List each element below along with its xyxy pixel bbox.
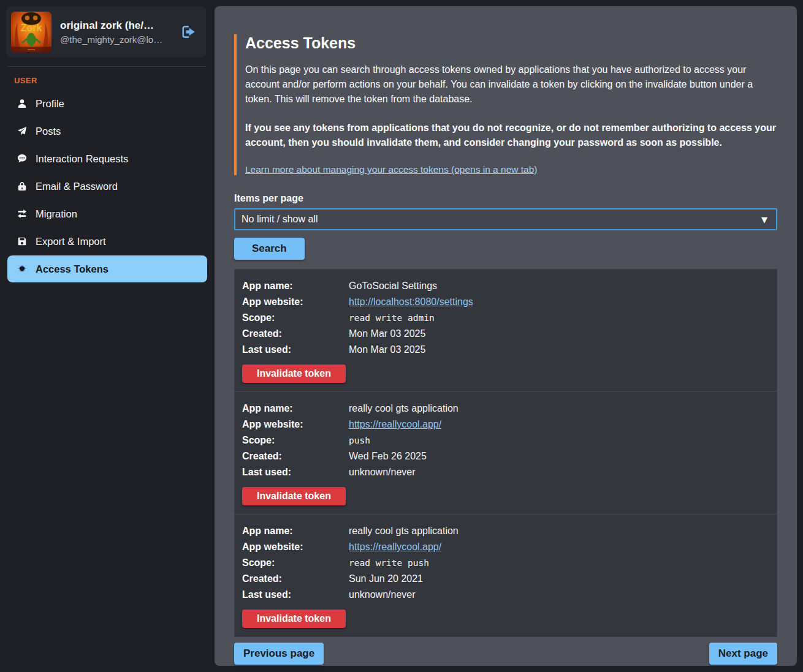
created-value: Wed Feb 26 2025 [349, 448, 427, 464]
app-website-link[interactable]: https://reallycool.app/ [349, 539, 441, 555]
paper-plane-icon [17, 126, 28, 137]
page-warning: If you see any tokens from applications … [245, 121, 777, 150]
created-label: Created: [242, 571, 349, 587]
app-name-label: App name: [242, 523, 349, 539]
sidebar-item-interaction-requests[interactable]: Interaction Requests [7, 145, 207, 172]
sidebar-item-profile[interactable]: Profile [7, 90, 207, 117]
last-used-value: Mon Mar 03 2025 [349, 342, 425, 358]
sidebar-item-email-password[interactable]: Email & Password [7, 173, 207, 200]
items-per-page-select[interactable]: No limit / show all ▼ [234, 208, 777, 230]
sidebar-item-label: Email & Password [36, 181, 118, 192]
app-name-value: GoToSocial Settings [349, 278, 437, 294]
learn-more-link[interactable]: Learn more about managing your access to… [245, 164, 537, 175]
sidebar-nav: Profile Posts Interaction Requests Email… [0, 90, 215, 282]
last-used-value: unknown/never [349, 587, 416, 603]
app-name-label: App name: [242, 401, 349, 417]
sidebar-item-posts[interactable]: Posts [7, 118, 207, 145]
scope-label: Scope: [242, 555, 349, 571]
app-name-label: App name: [242, 278, 349, 294]
search-button[interactable]: Search [234, 238, 305, 260]
scope-value: push [349, 432, 370, 448]
app-name-value: really cool gts application [349, 523, 459, 539]
token-list: App name:GoToSocial Settings App website… [234, 269, 777, 637]
avatar[interactable]: Zork ▪▪▪▪▪▪ [11, 12, 51, 52]
scope-label: Scope: [242, 310, 349, 326]
last-used-value: unknown/never [349, 464, 416, 480]
sidebar-item-migration[interactable]: Migration [7, 200, 207, 227]
invalidate-token-button[interactable]: Invalidate token [242, 487, 346, 505]
token-entry: App name:really cool gts application App… [235, 514, 777, 636]
invalidate-token-button[interactable]: Invalidate token [242, 610, 346, 628]
sidebar-item-label: Export & Import [36, 236, 106, 247]
sidebar: Zork ▪▪▪▪▪▪ original zork (he/… @the_mig… [0, 0, 215, 672]
svg-text:▪▪▪▪▪▪: ▪▪▪▪▪▪ [28, 48, 35, 51]
created-value: Mon Mar 03 2025 [349, 326, 425, 342]
user-display-name: original zork (he/… [60, 20, 172, 32]
app-website-label: App website: [242, 294, 349, 310]
sidebar-section-label: USER [14, 76, 215, 85]
scope-label: Scope: [242, 432, 349, 448]
invalidate-token-button[interactable]: Invalidate token [242, 364, 346, 383]
lock-icon [17, 181, 28, 192]
sidebar-divider [8, 66, 206, 67]
floppy-disk-icon [17, 236, 28, 247]
user-icon [17, 98, 28, 109]
created-value: Sun Jun 20 2021 [349, 571, 423, 587]
sign-out-icon [180, 24, 199, 40]
token-entry: App name:GoToSocial Settings App website… [235, 270, 777, 391]
certificate-icon: ✹ [17, 263, 28, 274]
token-entry: App name:really cool gts application App… [235, 391, 777, 514]
sidebar-item-label: Posts [36, 126, 61, 137]
user-card: Zork ▪▪▪▪▪▪ original zork (he/… @the_mig… [6, 6, 206, 58]
sidebar-item-export-import[interactable]: Export & Import [7, 228, 207, 255]
avatar-zork-text: Zork [21, 22, 42, 33]
transfer-arrows-icon [17, 208, 28, 219]
app-website-label: App website: [242, 539, 349, 555]
user-names: original zork (he/… @the_mighty_zork@lo… [60, 20, 172, 45]
app-website-link[interactable]: http://localhost:8080/settings [349, 294, 473, 310]
comment-dots-icon [17, 153, 28, 164]
items-per-page-label: Items per page [234, 193, 777, 204]
main-panel: Access Tokens On this page you can searc… [215, 6, 797, 666]
last-used-label: Last used: [242, 464, 349, 480]
scope-value: read write push [349, 555, 429, 571]
sidebar-item-label: Migration [36, 208, 77, 220]
app-name-value: really cool gts application [349, 401, 459, 417]
logout-button[interactable] [180, 23, 199, 41]
next-page-button[interactable]: Next page [709, 643, 777, 665]
page-header: Access Tokens On this page you can searc… [234, 34, 777, 175]
page-description: On this page you can search through acce… [245, 62, 777, 107]
sidebar-item-label: Access Tokens [36, 263, 108, 275]
page-title: Access Tokens [245, 34, 777, 52]
sidebar-item-label: Profile [36, 98, 64, 110]
created-label: Created: [242, 448, 349, 464]
last-used-label: Last used: [242, 587, 349, 603]
app-website-label: App website: [242, 417, 349, 432]
pagination: Previous page Next page [234, 643, 777, 665]
sidebar-item-access-tokens[interactable]: ✹ Access Tokens [7, 255, 207, 282]
previous-page-button[interactable]: Previous page [234, 643, 324, 665]
created-label: Created: [242, 326, 349, 342]
sidebar-item-label: Interaction Requests [36, 153, 128, 165]
items-per-page-value: No limit / show all [242, 214, 761, 225]
chevron-down-icon: ▼ [761, 215, 767, 224]
user-handle: @the_mighty_zork@lo… [60, 34, 172, 45]
scope-value: read write admin [349, 310, 435, 326]
last-used-label: Last used: [242, 342, 349, 358]
app-website-link[interactable]: https://reallycool.app/ [349, 417, 441, 432]
